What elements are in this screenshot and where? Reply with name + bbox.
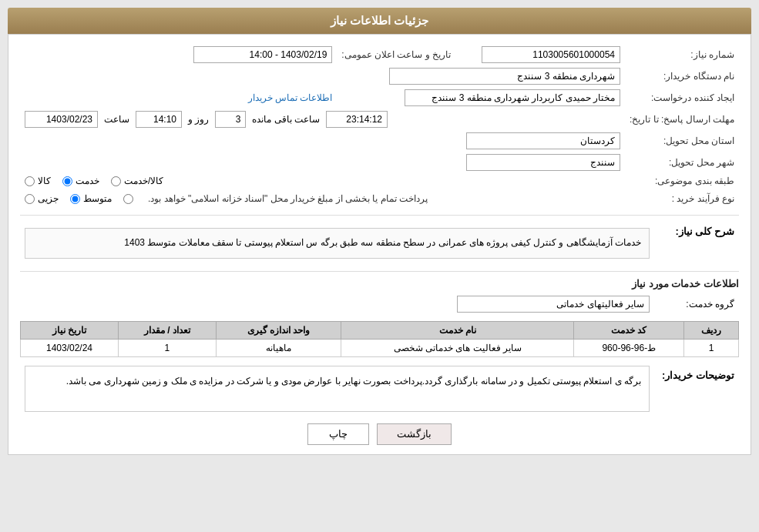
back-button[interactable]: بازگشت [377,423,452,445]
requester-value: مختار حمیدی کاربردار شهرداری منطقه 3 سنن… [405,89,620,106]
city-label: شهر محل تحویل: [625,152,739,173]
cell-quantity: 1 [118,339,216,356]
cell-service-code: ط-96-96-960 [574,339,684,356]
purchase-note: پرداخت تمام یا بخشی از مبلغ خریدار محل "… [148,191,428,206]
purchase-type-radio-other[interactable] [123,194,133,204]
general-desc-value: خدمات آزمایشگاهی و کنترل کیفی پروژه های … [25,228,650,259]
purchase-type-radio-motavasset[interactable] [70,194,80,204]
services-table: ردیف کد خدمت نام خدمت واحد اندازه گیری ت… [20,321,739,357]
col-need-date: تاریخ نیاز [21,321,119,339]
divider-1 [20,215,739,216]
col-quantity: تعداد / مقدار [118,321,216,339]
category-radio-service[interactable] [62,176,72,186]
category-label-service: خدمت [76,176,99,186]
response-days: 3 [215,111,246,128]
category-radio-both[interactable] [111,176,121,186]
page-header: جزئیات اطلاعات نیاز [8,8,751,34]
buyer-org-label: نام دستگاه خریدار: [625,65,739,87]
response-time: 14:10 [136,111,182,128]
province-label: استان محل تحویل: [625,130,739,152]
bottom-buttons: بازگشت چاپ [20,423,739,445]
col-row-num: ردیف [684,321,739,339]
general-desc-label: شرح کلی نیاز: [654,222,739,265]
contact-link[interactable]: اطلاعات تماس خریدار [248,92,333,103]
category-option-kala[interactable]: کالا [25,176,51,186]
announcement-date-label: تاریخ و ساعت اعلان عمومی: [337,44,455,65]
divider-2 [20,271,739,272]
print-button[interactable]: چاپ [307,423,369,445]
announcement-date-value: 1403/02/19 - 14:00 [193,46,332,63]
category-option-both[interactable]: کالا/خدمت [111,176,163,186]
col-service-name: نام خدمت [341,321,574,339]
need-number-value: 1103005601000054 [482,46,620,63]
response-remaining-label: ساعت باقی مانده [252,114,320,125]
cell-service-name: سایر فعالیت های خدماتی شخصی [341,339,574,356]
category-option-service[interactable]: خدمت [62,176,99,186]
purchase-type-radio-jozee[interactable] [25,194,35,204]
cell-row-num: 1 [684,339,739,356]
buyer-org-value: شهرداری منطقه 3 سنندج [389,68,620,85]
city-value: سنندج [466,154,620,171]
buyer-desc-value: برگه ی استعلام پیوستی تکمیل و در سامانه … [25,366,650,412]
table-row: 1 ط-96-96-960 سایر فعالیت های خدماتی شخص… [21,339,739,356]
purchase-type-label-jozee: جزیی [38,193,59,204]
requester-label: ایجاد کننده درخواست: [625,87,739,109]
service-group-label: گروه خدمت: [654,293,739,315]
purchase-type-other[interactable] [123,194,136,204]
category-label-both: کالا/خدمت [124,176,163,186]
cell-need-date: 1403/02/24 [21,339,119,356]
province-value: کردستان [466,132,620,149]
purchase-type-label-motavasset: متوسط [83,193,112,204]
services-info-title: اطلاعات خدمات مورد نیاز [20,278,739,289]
response-date: 1403/02/23 [25,111,98,128]
service-group-value: سایر فعالیتهای خدماتی [457,296,650,313]
category-label: طبقه بندی موضوعی: [625,173,739,189]
purchase-type-jozee[interactable]: جزیی [25,193,59,204]
purchase-type-motavasset[interactable]: متوسط [70,193,112,204]
response-remaining: 23:14:12 [326,111,388,128]
response-time-label: ساعت [104,114,129,125]
response-deadline-label: مهلت ارسال پاسخ: تا تاریخ: [625,109,739,130]
cell-unit: ماهیانه [216,339,341,356]
col-service-code: کد خدمت [574,321,684,339]
response-days-label: روز و [188,114,209,125]
purchase-type-label: نوع فرآیند خرید : [625,189,739,209]
category-label-kala: کالا [38,176,51,186]
buyer-desc-label: توضیحات خریدار: [654,363,739,414]
need-number-label: شماره نیاز: [625,44,739,65]
category-radio-kala[interactable] [25,176,35,186]
col-unit: واحد اندازه گیری [216,321,341,339]
